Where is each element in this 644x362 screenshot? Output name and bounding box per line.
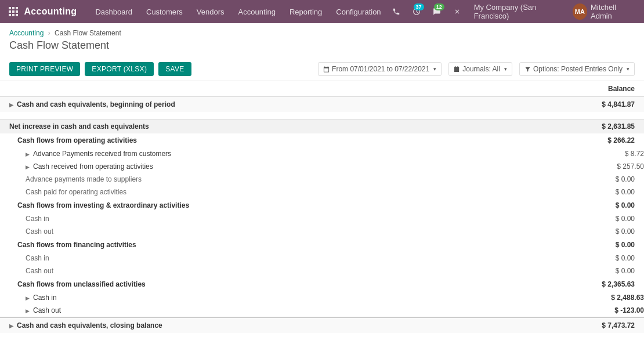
closing-balance: $ 7,473.72 — [548, 317, 645, 333]
row-balance: $ 0.00 — [548, 212, 645, 225]
close-icon[interactable] — [449, 2, 466, 21]
row-label: Cash flows from unclassified activities — [0, 277, 548, 291]
svg-rect-7 — [12, 14, 15, 16]
grid-menu-icon[interactable] — [5, 2, 21, 21]
report-toolbar: PRINT PREVIEW EXPORT (XLSX) SAVE From 07… — [0, 60, 644, 81]
journals-caret: ▾ — [504, 66, 507, 72]
col-label-header — [0, 81, 548, 97]
row-balance: $ 2,365.63 — [548, 277, 645, 291]
breadcrumb-current: Cash Flow Statement — [55, 29, 121, 37]
options-filter-label: Options: Posted Entries Only — [533, 65, 623, 73]
phone-icon[interactable] — [388, 2, 405, 21]
row-balance: $ 0.00 — [548, 198, 645, 212]
topnav-actions: 37 12 My Company (San Francisco) MA Mitc… — [388, 2, 639, 21]
closing-balance-row[interactable]: Cash and cash equivalents, closing balan… — [0, 317, 644, 333]
table-row: Cash out $ 0.00 — [0, 225, 644, 238]
cash-flow-table: Balance Cash and cash equivalents, begin… — [0, 81, 644, 333]
clock-badge: 37 — [414, 3, 424, 10]
row-label: Cash in — [0, 212, 548, 225]
journal-icon — [454, 66, 460, 73]
date-filter-caret: ▾ — [433, 66, 436, 72]
row-label: Cash paid for operating activities — [0, 186, 548, 198]
journals-filter[interactable]: Journals: All ▾ — [448, 62, 512, 76]
breadcrumb-separator: › — [48, 29, 50, 37]
table-row: Cash paid for operating activities $ 0.0… — [0, 186, 644, 198]
table-row[interactable]: ▶Cash received from operating activities… — [0, 160, 644, 173]
col-balance-header: Balance — [548, 81, 645, 97]
row-label: Cash out — [0, 265, 548, 277]
table-row: Cash flows from investing & extraordinar… — [0, 198, 644, 212]
row-balance: $ 0.00 — [548, 238, 645, 252]
row-label: Cash in — [0, 252, 548, 265]
row-label: ▶Cash in — [0, 291, 548, 304]
export-xlsx-button[interactable]: EXPORT (XLSX) — [85, 62, 154, 76]
nav-menu: Dashboard Customers Vendors Accounting R… — [88, 0, 388, 23]
row-balance: $ 4,841.87 — [548, 97, 645, 113]
nav-reporting[interactable]: Reporting — [283, 0, 329, 23]
table-row[interactable]: ▶Cash in $ 2,488.63 — [0, 291, 644, 304]
row-label: Cash flows from operating activities — [0, 133, 548, 147]
date-filter[interactable]: From 07/01/2021 to 07/22/2021 ▾ — [318, 62, 442, 76]
app-brand[interactable]: Accounting — [24, 6, 77, 17]
table-row[interactable]: ▶Cash out $ -123.00 — [0, 304, 644, 317]
subheader: Accounting › Cash Flow Statement Cash Fl… — [0, 23, 644, 60]
company-selector[interactable]: My Company (San Francisco) — [469, 3, 569, 20]
row-label: Cash and cash equivalents, beginning of … — [0, 97, 548, 113]
nav-accounting[interactable]: Accounting — [231, 0, 283, 23]
row-label: Net increase in cash and cash equivalent… — [0, 119, 548, 133]
row-balance: $ 257.50 — [548, 160, 645, 173]
options-filter[interactable]: Options: Posted Entries Only ▾ — [519, 62, 635, 76]
report-area: Balance Cash and cash equivalents, begin… — [0, 81, 644, 362]
options-caret: ▾ — [627, 66, 629, 72]
table-row: Cash flows from operating activities $ 2… — [0, 133, 644, 147]
svg-rect-8 — [16, 14, 18, 16]
svg-rect-1 — [12, 7, 15, 9]
print-preview-button[interactable]: PRINT PREVIEW — [9, 62, 80, 76]
message-badge: 12 — [434, 3, 444, 10]
table-row: Advance payments made to suppliers $ 0.0… — [0, 173, 644, 186]
table-row: Cash in $ 0.00 — [0, 252, 644, 265]
row-label: Cash flows from investing & extraordinar… — [0, 198, 548, 212]
row-balance: $ 0.00 — [548, 265, 645, 277]
svg-rect-2 — [16, 7, 18, 9]
filter-area: From 07/01/2021 to 07/22/2021 ▾ Journals… — [318, 62, 635, 76]
row-balance: $ 8.72 — [548, 147, 645, 160]
row-label: Advance payments made to suppliers — [0, 173, 548, 186]
user-name[interactable]: Mitchell Admin — [591, 3, 639, 20]
nav-customers[interactable]: Customers — [139, 0, 190, 23]
page-title: Cash Flow Statement — [9, 39, 635, 52]
table-row: Cash flows from financing activities $ 0… — [0, 238, 644, 252]
svg-rect-3 — [9, 10, 11, 13]
nav-configuration[interactable]: Configuration — [329, 0, 388, 23]
row-balance: $ 0.00 — [548, 252, 645, 265]
nav-dashboard[interactable]: Dashboard — [88, 0, 139, 23]
table-row: Cash in $ 0.00 — [0, 212, 644, 225]
user-avatar[interactable]: MA — [573, 3, 587, 20]
calendar-icon — [323, 66, 330, 73]
svg-rect-4 — [12, 10, 15, 13]
table-row: Cash out $ 0.00 — [0, 265, 644, 277]
row-balance: $ 2,488.63 — [548, 291, 645, 304]
row-balance: $ 0.00 — [548, 173, 645, 186]
row-label: ▶Cash received from operating activities — [0, 160, 548, 173]
breadcrumb-accounting[interactable]: Accounting — [9, 29, 44, 37]
row-balance: $ 2,631.85 — [548, 119, 645, 133]
spacer-row — [0, 112, 644, 119]
journals-filter-label: Journals: All — [462, 65, 500, 73]
row-balance: $ 266.22 — [548, 133, 645, 147]
clock-icon[interactable]: 37 — [408, 2, 425, 21]
table-row: Cash flows from unclassified activities … — [0, 277, 644, 291]
message-icon[interactable]: 12 — [429, 2, 446, 21]
row-label: Cash out — [0, 225, 548, 238]
svg-rect-5 — [16, 10, 18, 13]
table-row: Net increase in cash and cash equivalent… — [0, 119, 644, 133]
row-label: ▶Cash out — [0, 304, 548, 317]
table-row[interactable]: ▶Advance Payments received from customer… — [0, 147, 644, 160]
nav-vendors[interactable]: Vendors — [190, 0, 231, 23]
row-balance: $ -123.00 — [548, 304, 645, 317]
row-label: Cash flows from financing activities — [0, 238, 548, 252]
filter-icon — [524, 66, 531, 73]
save-button[interactable]: SAVE — [158, 62, 191, 76]
table-row[interactable]: Cash and cash equivalents, beginning of … — [0, 97, 644, 113]
row-balance: $ 0.00 — [548, 186, 645, 198]
